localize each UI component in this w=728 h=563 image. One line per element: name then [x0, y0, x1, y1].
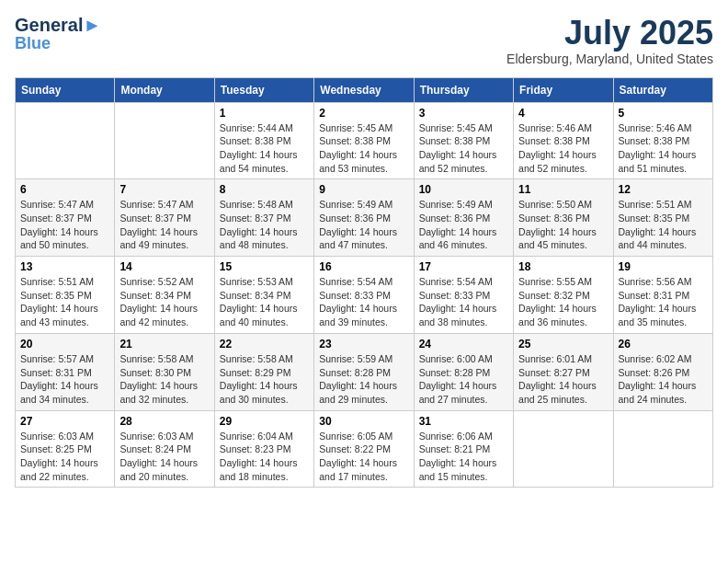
calendar-cell: [16, 102, 115, 179]
calendar-cell: 30Sunrise: 6:05 AM Sunset: 8:22 PM Dayli…: [314, 410, 414, 488]
day-info: Sunrise: 5:54 AM Sunset: 8:33 PM Dayligh…: [419, 275, 508, 329]
day-info: Sunrise: 5:49 AM Sunset: 8:36 PM Dayligh…: [319, 198, 408, 252]
weekday-header-tuesday: Tuesday: [214, 77, 313, 102]
logo: General► Blue: [15, 15, 101, 53]
day-info: Sunrise: 5:54 AM Sunset: 8:33 PM Dayligh…: [319, 275, 408, 329]
day-number: 17: [419, 260, 508, 273]
calendar-cell: 20Sunrise: 5:57 AM Sunset: 8:31 PM Dayli…: [16, 333, 115, 410]
calendar-cell: 23Sunrise: 5:59 AM Sunset: 8:28 PM Dayli…: [314, 333, 414, 410]
calendar-cell: 17Sunrise: 5:54 AM Sunset: 8:33 PM Dayli…: [414, 257, 513, 334]
day-number: 30: [319, 415, 408, 428]
day-info: Sunrise: 6:01 AM Sunset: 8:27 PM Dayligh…: [518, 352, 608, 407]
day-info: Sunrise: 6:06 AM Sunset: 8:21 PM Dayligh…: [419, 430, 508, 484]
calendar-cell: 22Sunrise: 5:58 AM Sunset: 8:29 PM Dayli…: [214, 333, 313, 410]
day-number: 13: [20, 260, 109, 273]
calendar-cell: 6Sunrise: 5:47 AM Sunset: 8:37 PM Daylig…: [16, 179, 115, 257]
weekday-header-friday: Friday: [514, 77, 613, 102]
calendar-cell: 14Sunrise: 5:52 AM Sunset: 8:34 PM Dayli…: [115, 257, 214, 334]
day-number: 18: [518, 260, 608, 273]
day-info: Sunrise: 5:44 AM Sunset: 8:38 PM Dayligh…: [220, 121, 309, 176]
calendar-cell: 29Sunrise: 6:04 AM Sunset: 8:23 PM Dayli…: [214, 410, 313, 488]
day-info: Sunrise: 5:47 AM Sunset: 8:37 PM Dayligh…: [119, 198, 209, 252]
day-info: Sunrise: 5:58 AM Sunset: 8:30 PM Dayligh…: [119, 352, 209, 407]
page-header: General► Blue July 2025 Eldersburg, Mary…: [15, 15, 713, 66]
logo-blue: Blue: [15, 35, 51, 53]
calendar-cell: 7Sunrise: 5:47 AM Sunset: 8:37 PM Daylig…: [115, 179, 214, 257]
day-number: 10: [419, 183, 508, 196]
day-number: 26: [619, 338, 708, 350]
day-number: 11: [518, 183, 608, 196]
day-number: 8: [220, 183, 309, 196]
day-number: 4: [518, 107, 608, 120]
calendar-cell: 26Sunrise: 6:02 AM Sunset: 8:26 PM Dayli…: [613, 333, 712, 410]
title-block: July 2025 Eldersburg, Maryland, United S…: [506, 15, 713, 66]
calendar-cell: 18Sunrise: 5:55 AM Sunset: 8:32 PM Dayli…: [514, 257, 613, 334]
day-number: 5: [619, 107, 708, 120]
day-info: Sunrise: 5:58 AM Sunset: 8:29 PM Dayligh…: [220, 352, 309, 407]
day-info: Sunrise: 5:49 AM Sunset: 8:36 PM Dayligh…: [419, 198, 508, 252]
day-info: Sunrise: 5:46 AM Sunset: 8:38 PM Dayligh…: [518, 121, 608, 176]
day-info: Sunrise: 5:46 AM Sunset: 8:38 PM Dayligh…: [619, 121, 708, 176]
calendar-cell: 21Sunrise: 5:58 AM Sunset: 8:30 PM Dayli…: [115, 333, 214, 410]
day-number: 12: [619, 183, 708, 196]
day-number: 21: [119, 338, 209, 350]
calendar-cell: 19Sunrise: 5:56 AM Sunset: 8:31 PM Dayli…: [613, 257, 712, 334]
day-info: Sunrise: 5:57 AM Sunset: 8:31 PM Dayligh…: [20, 352, 109, 407]
day-number: 9: [319, 183, 408, 196]
day-info: Sunrise: 5:48 AM Sunset: 8:37 PM Dayligh…: [220, 198, 309, 252]
day-info: Sunrise: 5:53 AM Sunset: 8:34 PM Dayligh…: [220, 275, 309, 329]
calendar-cell: 27Sunrise: 6:03 AM Sunset: 8:25 PM Dayli…: [16, 410, 115, 488]
day-number: 14: [119, 260, 209, 273]
day-number: 7: [119, 183, 209, 196]
calendar-cell: 31Sunrise: 6:06 AM Sunset: 8:21 PM Dayli…: [414, 410, 513, 488]
day-number: 15: [220, 260, 309, 273]
day-info: Sunrise: 5:55 AM Sunset: 8:32 PM Dayligh…: [518, 275, 608, 329]
day-info: Sunrise: 6:03 AM Sunset: 8:24 PM Dayligh…: [119, 430, 209, 484]
day-number: 28: [119, 415, 209, 428]
calendar-cell: 24Sunrise: 6:00 AM Sunset: 8:28 PM Dayli…: [414, 333, 513, 410]
location: Eldersburg, Maryland, United States: [506, 52, 713, 66]
day-number: 2: [319, 107, 408, 120]
day-info: Sunrise: 5:51 AM Sunset: 8:35 PM Dayligh…: [20, 275, 109, 329]
calendar-cell: [514, 410, 613, 488]
month-title: July 2025: [506, 15, 713, 52]
day-number: 6: [20, 183, 109, 196]
day-number: 27: [20, 415, 109, 428]
day-info: Sunrise: 6:03 AM Sunset: 8:25 PM Dayligh…: [20, 430, 109, 484]
calendar-cell: 13Sunrise: 5:51 AM Sunset: 8:35 PM Dayli…: [16, 257, 115, 334]
weekday-header-monday: Monday: [115, 77, 214, 102]
day-number: 25: [518, 338, 608, 350]
calendar-cell: 11Sunrise: 5:50 AM Sunset: 8:36 PM Dayli…: [514, 179, 613, 257]
day-info: Sunrise: 5:50 AM Sunset: 8:36 PM Dayligh…: [518, 198, 608, 252]
calendar-table: SundayMondayTuesdayWednesdayThursdayFrid…: [15, 77, 713, 488]
calendar-cell: 8Sunrise: 5:48 AM Sunset: 8:37 PM Daylig…: [214, 179, 313, 257]
day-info: Sunrise: 5:45 AM Sunset: 8:38 PM Dayligh…: [319, 121, 408, 176]
calendar-cell: 12Sunrise: 5:51 AM Sunset: 8:35 PM Dayli…: [613, 179, 712, 257]
calendar-cell: 1Sunrise: 5:44 AM Sunset: 8:38 PM Daylig…: [214, 102, 313, 179]
day-info: Sunrise: 5:59 AM Sunset: 8:28 PM Dayligh…: [319, 352, 408, 407]
day-info: Sunrise: 5:52 AM Sunset: 8:34 PM Dayligh…: [119, 275, 209, 329]
calendar-cell: 2Sunrise: 5:45 AM Sunset: 8:38 PM Daylig…: [314, 102, 414, 179]
calendar-cell: 16Sunrise: 5:54 AM Sunset: 8:33 PM Dayli…: [314, 257, 414, 334]
calendar-cell: 9Sunrise: 5:49 AM Sunset: 8:36 PM Daylig…: [314, 179, 414, 257]
day-number: 16: [319, 260, 408, 273]
day-info: Sunrise: 5:56 AM Sunset: 8:31 PM Dayligh…: [619, 275, 708, 329]
day-number: 20: [20, 338, 109, 350]
day-number: 23: [319, 338, 408, 350]
day-info: Sunrise: 5:51 AM Sunset: 8:35 PM Dayligh…: [619, 198, 708, 252]
day-info: Sunrise: 6:00 AM Sunset: 8:28 PM Dayligh…: [419, 352, 508, 407]
day-info: Sunrise: 5:45 AM Sunset: 8:38 PM Dayligh…: [419, 121, 508, 176]
calendar-cell: 10Sunrise: 5:49 AM Sunset: 8:36 PM Dayli…: [414, 179, 513, 257]
day-info: Sunrise: 6:05 AM Sunset: 8:22 PM Dayligh…: [319, 430, 408, 484]
day-number: 22: [220, 338, 309, 350]
calendar-cell: 28Sunrise: 6:03 AM Sunset: 8:24 PM Dayli…: [115, 410, 214, 488]
calendar-cell: 3Sunrise: 5:45 AM Sunset: 8:38 PM Daylig…: [414, 102, 513, 179]
day-number: 1: [220, 107, 309, 120]
calendar-cell: 4Sunrise: 5:46 AM Sunset: 8:38 PM Daylig…: [514, 102, 613, 179]
calendar-cell: [613, 410, 712, 488]
weekday-header-sunday: Sunday: [16, 77, 115, 102]
day-number: 19: [619, 260, 708, 273]
calendar-cell: 5Sunrise: 5:46 AM Sunset: 8:38 PM Daylig…: [613, 102, 712, 179]
calendar-cell: 25Sunrise: 6:01 AM Sunset: 8:27 PM Dayli…: [514, 333, 613, 410]
weekday-header-wednesday: Wednesday: [314, 77, 414, 102]
